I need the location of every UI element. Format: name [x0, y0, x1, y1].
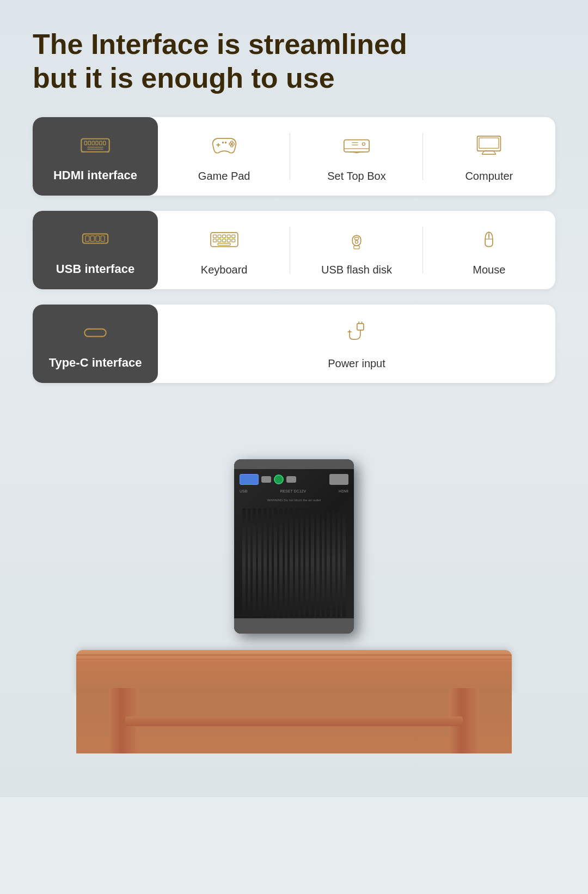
hdmi-port-label: HDMI [339, 489, 348, 493]
svg-rect-6 [103, 141, 106, 145]
vent [316, 508, 320, 617]
svg-rect-34 [83, 234, 108, 244]
scene-container: USB RESET DC12V HDMI WARNING:Do not bloc… [76, 399, 512, 753]
device-label-row: USB RESET DC12V HDMI [240, 489, 348, 493]
usb-interface-label: USB interface [56, 262, 134, 276]
vent [301, 508, 304, 617]
svg-rect-45 [213, 239, 216, 242]
usb-label: USB interface [33, 211, 158, 289]
mouse-item: Mouse [423, 211, 555, 289]
vent [322, 508, 325, 617]
usb-port [240, 474, 259, 485]
keyboard-icon [208, 224, 241, 256]
device-ports-row [240, 471, 348, 488]
vent [311, 508, 314, 617]
reset-port [261, 476, 271, 483]
svg-rect-46 [218, 239, 221, 242]
svg-line-33 [494, 151, 496, 154]
svg-point-54 [355, 240, 358, 243]
hdmi-label: HDMI interface [33, 117, 158, 196]
svg-rect-4 [96, 141, 98, 145]
svg-rect-36 [90, 236, 94, 241]
vent [279, 508, 283, 617]
table-top [76, 650, 512, 694]
svg-rect-2 [88, 141, 90, 145]
flashdisk-icon [340, 224, 373, 256]
svg-point-15 [230, 141, 232, 143]
vent [338, 508, 341, 617]
usb-port-label: USB [240, 489, 247, 493]
power-item: Power input [158, 305, 555, 383]
svg-rect-41 [218, 235, 221, 238]
vent [242, 508, 246, 617]
svg-point-16 [230, 144, 232, 147]
vent [290, 508, 293, 617]
computer-item: Computer [423, 117, 555, 196]
vent [258, 508, 261, 617]
svg-rect-3 [92, 141, 94, 145]
svg-rect-44 [231, 235, 235, 238]
flashdisk-label: USB flash disk [321, 264, 392, 276]
svg-point-21 [362, 143, 365, 145]
table-body [76, 688, 512, 753]
svg-rect-28 [477, 136, 501, 151]
product-section: USB RESET DC12V HDMI WARNING:Do not bloc… [33, 399, 555, 764]
reset-port-label: RESET DC12V [280, 489, 306, 493]
svg-rect-5 [100, 141, 102, 145]
usb-card: USB interface [33, 211, 555, 289]
svg-line-32 [482, 151, 484, 154]
device-body: USB RESET DC12V HDMI WARNING:Do not bloc… [234, 459, 354, 634]
computer-label: Computer [465, 170, 513, 183]
svg-rect-49 [231, 239, 235, 242]
device-vents [242, 508, 346, 617]
svg-rect-0 [81, 139, 109, 152]
svg-rect-38 [101, 236, 105, 241]
svg-rect-40 [213, 235, 216, 238]
vent [248, 508, 251, 617]
power-icon [340, 318, 373, 350]
dc-port [286, 476, 296, 483]
vent [264, 508, 267, 617]
vent [274, 508, 277, 617]
svg-rect-37 [96, 236, 100, 241]
svg-rect-48 [227, 239, 230, 242]
settopbox-label: Set Top Box [327, 170, 385, 183]
svg-rect-59 [357, 324, 364, 330]
hdmi-items: Game Pad Set T [158, 117, 555, 196]
svg-rect-29 [479, 138, 499, 148]
svg-point-18 [225, 142, 226, 143]
vent [332, 508, 335, 617]
power-label: Power input [328, 357, 385, 370]
device: USB RESET DC12V HDMI WARNING:Do not bloc… [234, 459, 354, 634]
vent [327, 508, 330, 617]
svg-rect-35 [85, 236, 89, 241]
typec-card: Type-C interface [33, 305, 555, 383]
svg-point-17 [222, 142, 223, 143]
svg-rect-43 [227, 235, 230, 238]
vent [305, 508, 309, 617]
usb-items: Keyboard USB flash disk [158, 211, 555, 289]
svg-rect-52 [354, 246, 359, 249]
typec-interface-label: Type-C interface [49, 356, 142, 370]
gamepad-icon [208, 130, 241, 162]
vent [342, 508, 346, 617]
hdmi-port [329, 474, 348, 485]
hdmi-icon [79, 130, 112, 162]
usb-icon [79, 223, 112, 256]
hdmi-card: HDMI interface [33, 117, 555, 196]
device-top-strip [234, 459, 354, 469]
settopbox-item: Set Top Box [290, 117, 422, 196]
settopbox-icon [340, 130, 373, 162]
vent [295, 508, 298, 617]
typec-label: Type-C interface [33, 305, 158, 383]
vent [285, 508, 288, 617]
table-crossbar [125, 716, 463, 726]
gamepad-item: Game Pad [158, 117, 290, 196]
computer-icon [473, 130, 505, 162]
mouse-label: Mouse [473, 264, 505, 276]
typec-icon [79, 317, 112, 349]
gamepad-label: Game Pad [198, 170, 250, 183]
page-wrapper: The Interface is streamlined but it is e… [0, 0, 588, 797]
device-bottom-strip [234, 618, 354, 634]
svg-rect-47 [222, 239, 225, 242]
